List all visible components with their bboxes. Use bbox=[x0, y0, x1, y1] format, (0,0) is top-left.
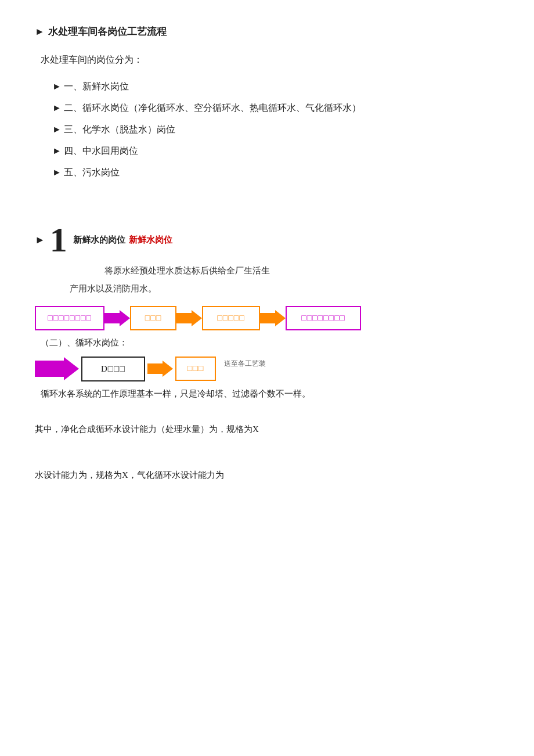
arrow-big-head bbox=[64, 357, 79, 380]
flow-diagram-1: □□□□□□□□ □□□ □□□□□ □□□□□□□□ bbox=[35, 306, 499, 330]
flow-diagram-2: D□□□ □□□ 送至各工艺装 bbox=[35, 357, 499, 381]
section1-label: 新鲜水的岗位 bbox=[73, 232, 125, 248]
arrow-big-body bbox=[35, 361, 64, 377]
arrow-head-1 bbox=[120, 310, 130, 326]
flow-box-3: □□□□□ bbox=[202, 306, 260, 330]
intro-text: 水处理车间的岗位分为： bbox=[41, 52, 499, 69]
delivery-label: 送至各工艺装 bbox=[224, 357, 266, 370]
para2: 其中，净化合成循环水设计能力（处理水量）为，规格为X bbox=[35, 422, 499, 437]
flow-box-4: □□□□□□□□ bbox=[286, 306, 361, 330]
arrow-head-4 bbox=[163, 361, 173, 377]
cycle-label: （二）、循环水岗位： bbox=[41, 335, 499, 351]
section1-bullet: ► bbox=[35, 231, 45, 249]
sub-item-1: ► 一、新鲜水岗位 bbox=[52, 78, 499, 95]
sub-item-5: ► 五、污水岗位 bbox=[52, 164, 499, 181]
arrow-left-big bbox=[35, 357, 79, 380]
heading-text: 水处理车间各岗位工艺流程 bbox=[48, 23, 167, 41]
arrow-body-4 bbox=[147, 363, 163, 374]
para1: 循环水各系统的工作原理基本一样，只是冷却塔、过滤器个数不一样。 bbox=[41, 386, 499, 402]
arrow-2 bbox=[176, 310, 202, 326]
sub-item-3: ► 三、化学水（脱盐水）岗位 bbox=[52, 121, 499, 138]
flow-box-2: □□□ bbox=[130, 306, 176, 330]
section1-heading: ► 1 新鲜水的岗位 新鲜水岗位 bbox=[35, 222, 499, 257]
para3: 水设计能力为，规格为X，气化循环水设计能力为 bbox=[35, 467, 499, 483]
arrow-body-2 bbox=[176, 313, 192, 323]
section1-number: 1 bbox=[50, 222, 67, 257]
arrow-1 bbox=[104, 310, 130, 326]
arrow-body-1 bbox=[104, 313, 120, 323]
main-heading: ► 水处理车间各岗位工艺流程 bbox=[35, 23, 499, 41]
section1-desc2: 产用水以及消防用水。 bbox=[70, 281, 499, 297]
arrow-head-3 bbox=[275, 310, 286, 326]
arrow-body-3 bbox=[260, 313, 275, 323]
section1-desc1: 将原水经预处理水质达标后供给全厂生活生 bbox=[104, 263, 499, 279]
arrow-head-2 bbox=[192, 310, 202, 326]
sub-item-2: ► 二、循环水岗位（净化循环水、空分循环水、热电循环水、气化循环水） bbox=[52, 100, 499, 117]
flow-box-1: □□□□□□□□ bbox=[35, 306, 104, 330]
arrow-4 bbox=[147, 361, 173, 377]
flow-box-orange3: □□□ bbox=[175, 357, 216, 380]
sub-item-4: ► 四、中水回用岗位 bbox=[52, 143, 499, 160]
arrow-3 bbox=[260, 310, 286, 326]
flow-box-black: D□□□ bbox=[81, 357, 145, 381]
heading-bullet: ► bbox=[35, 23, 45, 41]
section1-label-red: 新鲜水岗位 bbox=[129, 232, 172, 248]
